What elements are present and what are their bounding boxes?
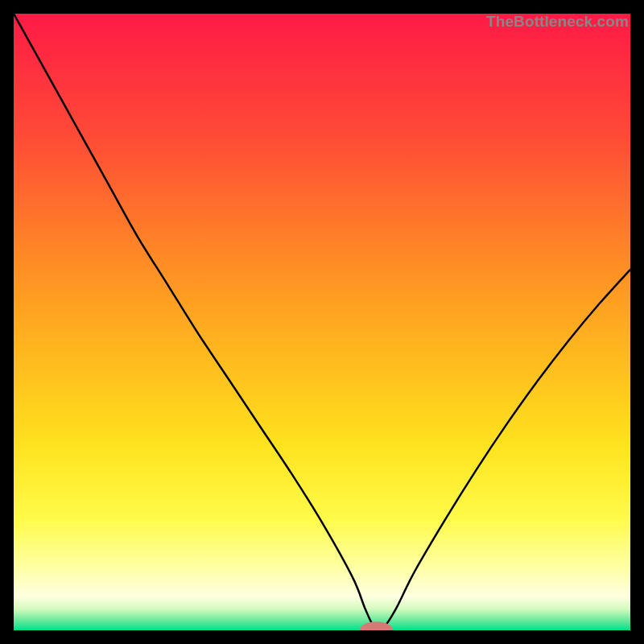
bottleneck-chart (14, 14, 630, 630)
chart-frame: TheBottleneck.com (14, 14, 630, 630)
gradient-background (14, 14, 630, 630)
watermark-text: TheBottleneck.com (486, 13, 629, 31)
